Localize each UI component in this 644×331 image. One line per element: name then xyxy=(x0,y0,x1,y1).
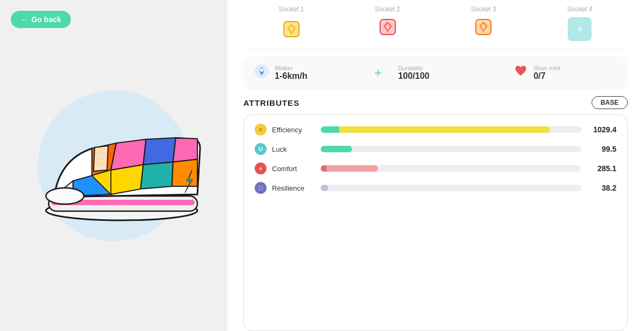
socket-3-gem[interactable] xyxy=(474,17,493,39)
luck-label: Luck xyxy=(272,145,315,153)
walker-title: Walker xyxy=(275,65,307,71)
comfort-label: Comfort xyxy=(272,165,315,173)
comfort-icon: + xyxy=(255,163,267,174)
comfort-bar xyxy=(321,165,581,172)
socket-3-label: Socket 3 xyxy=(471,5,496,13)
socket-4[interactable]: Socket 4 + xyxy=(532,5,628,41)
efficiency-bar xyxy=(321,126,581,133)
luck-icon: U xyxy=(255,143,267,155)
durability-value: 100/100 xyxy=(398,71,429,81)
socket-2-label: Socket 2 xyxy=(375,5,400,13)
durability-title: Durability xyxy=(398,65,429,71)
resilience-label: Resilience xyxy=(272,184,315,192)
socket-1-label: Socket 1 xyxy=(279,5,304,13)
luck-bar-fill xyxy=(321,146,352,152)
right-panel: Socket 1 Socket 2 xyxy=(227,0,644,331)
divider-1: + xyxy=(374,65,382,80)
attr-row-efficiency: = Efficiency 1029.4 xyxy=(255,124,616,136)
go-back-button[interactable]: ← Go back xyxy=(11,11,71,28)
socket-1: Socket 1 xyxy=(243,5,340,41)
mint-info: Shoe mint 0/7 xyxy=(534,65,561,81)
efficiency-label: Efficiency xyxy=(272,126,315,134)
socket-2: Socket 2 xyxy=(340,5,436,41)
attributes-title: ATTRIBUTES xyxy=(243,98,300,107)
left-panel: ← Go back xyxy=(0,0,227,331)
stat-mint: Shoe mint 0/7 xyxy=(513,64,617,82)
arrow-left-icon: ← xyxy=(21,15,28,24)
attributes-header: ATTRIBUTES BASE xyxy=(243,96,628,109)
go-back-label: Go back xyxy=(31,15,61,24)
walker-info: Walker 1-6km/h xyxy=(275,65,307,81)
efficiency-icon: = xyxy=(255,124,267,136)
stats-row: Walker 1-6km/h + Durability 100/100 Shoe… xyxy=(243,56,628,90)
svg-point-3 xyxy=(46,188,84,204)
heart-icon xyxy=(513,64,528,82)
attr-row-comfort: + Comfort 285.1 xyxy=(255,163,616,174)
luck-value: 99.5 xyxy=(587,145,616,153)
efficiency-value: 1029.4 xyxy=(587,125,616,134)
mint-title: Shoe mint xyxy=(534,65,561,71)
attr-row-resilience: □ Resilience 38.2 xyxy=(255,182,616,194)
durability-info: Durability 100/100 xyxy=(398,65,429,81)
sockets-row: Socket 1 Socket 2 xyxy=(243,0,628,50)
socket-2-gem[interactable] xyxy=(378,17,397,39)
svg-point-20 xyxy=(260,69,263,72)
socket-3: Socket 3 xyxy=(436,5,532,41)
resilience-bar xyxy=(321,185,581,191)
resilience-value: 38.2 xyxy=(587,184,616,192)
socket-4-add[interactable]: + xyxy=(568,17,592,41)
stat-walker: Walker 1-6km/h xyxy=(254,64,358,82)
shoe-image xyxy=(22,105,205,226)
socket-1-gem[interactable] xyxy=(280,17,303,41)
comfort-bar-fill xyxy=(321,165,378,172)
comfort-value: 285.1 xyxy=(587,164,616,173)
resilience-icon: □ xyxy=(255,182,267,194)
walker-icon xyxy=(254,64,269,82)
mint-value: 0/7 xyxy=(534,71,561,81)
stat-durability: Durability 100/100 xyxy=(398,65,502,81)
socket-4-label: Socket 4 xyxy=(567,5,593,13)
walker-value: 1-6km/h xyxy=(275,71,307,81)
efficiency-bar-fill xyxy=(321,126,550,133)
luck-bar xyxy=(321,146,581,152)
resilience-bar-fill xyxy=(321,185,328,191)
attributes-box: = Efficiency 1029.4 U Luck 99.5 + Comfor… xyxy=(243,114,628,331)
base-button[interactable]: BASE xyxy=(592,96,628,109)
attr-row-luck: U Luck 99.5 xyxy=(255,143,616,155)
